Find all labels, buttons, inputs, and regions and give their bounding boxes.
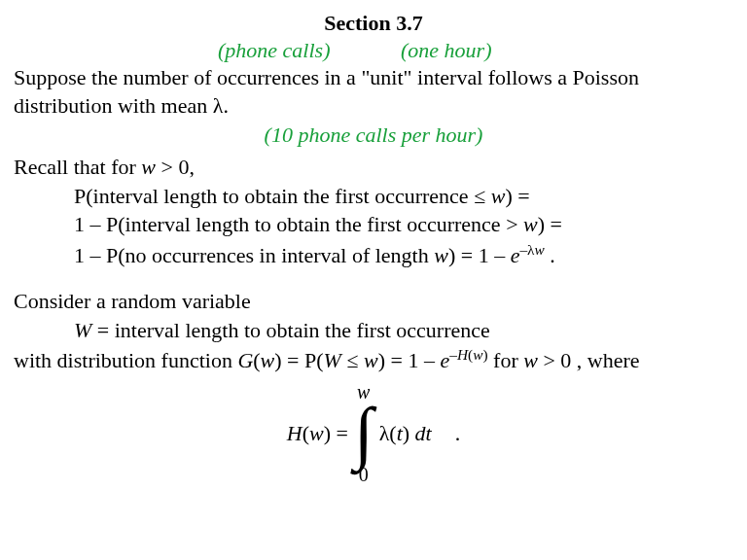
integral-lower-limit: 0: [359, 463, 369, 486]
prob3-end: .: [545, 243, 555, 267]
rv-exp-H: H: [457, 346, 468, 363]
rv-dist-e: e: [440, 349, 449, 373]
integrand: λ(t) dt: [379, 420, 432, 447]
rv-dist-close1: ) = P(: [274, 349, 323, 373]
annotation-phone-calls: (phone calls): [218, 37, 330, 64]
integral-sign-column: w ∫ 0: [354, 380, 374, 486]
rv-def: W = interval length to obtain the first …: [74, 317, 733, 344]
rv-dist-open: (: [253, 349, 260, 373]
prob3-exp-w: w: [535, 241, 545, 258]
prob3-pre: 1 – P(no occurrences in interval of leng…: [74, 243, 434, 267]
integrand-dt: dt: [415, 421, 432, 445]
prob-line-1-post: ) =: [505, 184, 529, 208]
intro-line-2-post: .: [223, 93, 229, 118]
rv-dist-close2: ) = 1 –: [378, 349, 441, 373]
prob-line-1-w: w: [485, 184, 505, 208]
rv-dist-tail: > 0 , where: [538, 349, 640, 373]
rv-dist-w2: w: [364, 349, 378, 373]
prob-line-3: 1 – P(no occurrences in interval of leng…: [74, 240, 733, 269]
page: Section 3.7 (phone calls) (one hour) Sup…: [0, 0, 747, 486]
rv-dist-exp: –H(w): [449, 346, 487, 363]
prob3-w: w: [434, 243, 448, 267]
rv-dist-leq: ≤: [341, 349, 364, 373]
prob3-exp-minus: –: [519, 241, 527, 258]
prob3-mid: ) =: [448, 243, 473, 267]
leq-symbol: ≤: [474, 184, 485, 208]
prob3-e: e: [511, 243, 520, 267]
annotation-row: (phone calls) (one hour): [14, 37, 733, 64]
rv-def-W: W: [74, 318, 91, 342]
intro-line-2: distribution with mean λ.: [14, 92, 733, 120]
lhs-close: ) =: [324, 421, 348, 445]
spacer: [14, 270, 733, 288]
recall-lead: Recall that for w > 0,: [14, 154, 733, 181]
rv-dist: with distribution function G(w) = P(W ≤ …: [14, 345, 733, 374]
rv-exp-w: w: [473, 346, 482, 363]
prob-line-2-w: w: [523, 212, 538, 236]
rv-def-rest: = interval length to obtain the first oc…: [91, 318, 489, 342]
prob3-exp-lambda: λ: [527, 241, 534, 258]
prob-line-2-pre: 1 – P(interval length to obtain the firs…: [74, 212, 523, 236]
lhs-w: w: [309, 421, 324, 445]
recall-lead-pre: Recall that for: [14, 155, 141, 179]
rv-dist-for: for: [488, 349, 524, 373]
equation-period: .: [438, 420, 461, 447]
integral-lhs: H(w) =: [287, 420, 348, 447]
annotation-one-hour: (one hour): [401, 37, 491, 64]
integrand-lambda: λ: [379, 421, 390, 445]
recall-lead-var: w: [141, 155, 156, 179]
rv-lead: Consider a random variable: [14, 288, 733, 315]
rv-dist-w1: w: [261, 349, 275, 373]
intro-line-2-pre: distribution with mean: [14, 93, 213, 118]
lhs-H: H: [287, 421, 302, 445]
integral-equation: H(w) = w ∫ 0 λ(t) dt .: [14, 380, 733, 486]
rv-exp-minus: –: [449, 346, 457, 363]
integrand-close: ): [403, 421, 415, 445]
prob-line-1-pre: P(interval length to obtain the first oc…: [74, 184, 474, 208]
integral-sign-icon: ∫: [354, 403, 374, 463]
rv-dist-G: G: [237, 349, 253, 373]
annotation-rate: (10 phone calls per hour): [14, 122, 733, 149]
integrand-open: (: [389, 421, 396, 445]
prob3-expr-pre: 1 –: [479, 243, 511, 267]
prob-line-2-post: ) =: [538, 212, 562, 236]
lambda-symbol: λ: [213, 93, 224, 118]
recall-lead-post: > 0,: [156, 155, 195, 179]
prob-line-1: P(interval length to obtain the first oc…: [74, 183, 733, 210]
section-title: Section 3.7: [14, 10, 733, 37]
prob3-exponent: –λw: [519, 241, 544, 258]
rv-dist-pre: with distribution function: [14, 349, 237, 373]
rv-dist-w3: w: [523, 349, 538, 373]
lhs-open: (: [302, 421, 309, 445]
prob-line-2: 1 – P(interval length to obtain the firs…: [74, 211, 733, 238]
rv-dist-W: W: [324, 349, 341, 373]
intro-line-1: Suppose the number of occurrences in a "…: [14, 64, 733, 91]
